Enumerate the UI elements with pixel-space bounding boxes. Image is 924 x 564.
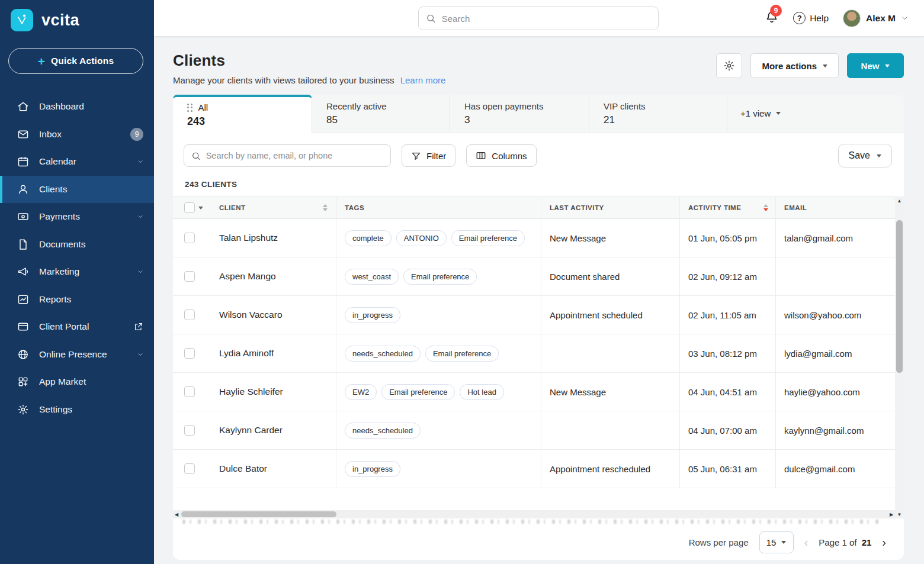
tag-pill: Email preference [403, 269, 477, 285]
tab-vip-clients[interactable]: VIP clients 21 [589, 95, 727, 133]
client-activity-time: 04 Jun, 04:51 am [680, 373, 776, 411]
sidebar-item-app-market[interactable]: App Market [0, 368, 154, 396]
clients-icon [17, 183, 29, 195]
user-menu[interactable]: Alex M [843, 9, 909, 27]
clients-page: Clients Manage your clients with views t… [154, 37, 924, 564]
column-header-last-activity[interactable]: LAST ACTIVITY [541, 197, 680, 218]
sidebar-item-payments[interactable]: Payments [0, 203, 154, 231]
next-page-button[interactable]: › [882, 536, 886, 549]
table-row[interactable]: Haylie Schleifer EW2Email preferenceHot … [173, 373, 895, 411]
table-row[interactable]: Dulce Bator in_progress Appointment resc… [173, 450, 895, 488]
horizontal-scroll-thumb[interactable] [181, 511, 336, 517]
reports-icon [17, 294, 29, 305]
sidebar-item-clients[interactable]: Clients [0, 176, 154, 204]
sidebar-item-client-portal[interactable]: Client Portal [0, 313, 154, 341]
select-menu-caret-icon[interactable] [198, 207, 203, 210]
client-email: kaylynn@gmail.com [776, 411, 895, 449]
row-checkbox[interactable] [184, 271, 195, 282]
more-views-dropdown[interactable]: +1 view [727, 95, 904, 133]
client-search-input[interactable] [206, 151, 383, 160]
documents-icon [17, 239, 29, 250]
more-actions-button[interactable]: More actions [750, 53, 839, 78]
sidebar-item-documents[interactable]: Documents [0, 231, 154, 259]
tab-recently-active[interactable]: Recently active 85 [312, 95, 450, 133]
help-button[interactable]: ? Help [793, 12, 829, 24]
table-row[interactable]: Wilson Vaccaro in_progress Appointment s… [173, 296, 895, 334]
column-header-tags[interactable]: TAGS [336, 197, 541, 218]
pagination-bar: Rows per page 15 ‹ Page 1 of 21 › [173, 524, 904, 560]
row-checkbox[interactable] [184, 310, 195, 320]
home-icon [17, 101, 29, 112]
scroll-left-icon[interactable]: ◀ [173, 512, 180, 517]
avatar [843, 9, 861, 27]
tab-count: 85 [326, 114, 450, 126]
tab-has-open-payments[interactable]: Has open payments 3 [450, 95, 589, 133]
rows-per-page-select[interactable]: 15 [759, 531, 794, 553]
caret-down-icon [877, 154, 881, 157]
tag-pill: complete [345, 230, 392, 246]
scroll-down-icon[interactable]: ▼ [897, 510, 902, 518]
global-search-input[interactable] [442, 14, 651, 24]
row-checkbox[interactable] [184, 348, 195, 359]
new-button[interactable]: New [847, 53, 904, 78]
sidebar-item-online-presence[interactable]: Online Presence [0, 341, 154, 369]
inbox-unread-badge: 9 [130, 128, 143, 141]
select-all-checkbox[interactable] [184, 202, 195, 213]
tab-all[interactable]: All 243 [173, 95, 312, 133]
client-last-activity: Document shared [541, 257, 680, 295]
sidebar-item-reports[interactable]: Reports [0, 286, 154, 314]
sort-icon[interactable] [323, 204, 328, 211]
columns-button[interactable]: Columns [466, 144, 536, 167]
filter-icon [411, 151, 421, 161]
row-checkbox[interactable] [184, 386, 195, 397]
clients-table: CLIENT TAGS LAST ACTIVITY ACTIVITY TIME [173, 196, 904, 524]
view-settings-button[interactable] [716, 53, 742, 78]
table-row[interactable]: Talan Lipshutz completeANTONIOEmail pref… [173, 219, 895, 257]
column-header-activity-time[interactable]: ACTIVITY TIME [680, 197, 776, 218]
tag-pill: ANTONIO [396, 230, 447, 246]
client-name: Haylie Schleifer [211, 373, 336, 411]
sidebar-item-settings[interactable]: Settings [0, 396, 154, 424]
vertical-scroll-thumb[interactable] [896, 220, 903, 373]
header-actions: More actions New [716, 53, 904, 78]
save-view-button[interactable]: Save [838, 144, 892, 167]
brand-logo[interactable]: vcita [0, 0, 154, 37]
client-activity-time: 01 Jun, 05:05 pm [680, 219, 776, 257]
client-name: Kaylynn Carder [211, 411, 336, 449]
row-checkbox[interactable] [184, 425, 195, 436]
vertical-scrollbar[interactable]: ▲ ▼ [895, 196, 904, 518]
previous-page-button[interactable]: ‹ [804, 536, 808, 549]
columns-icon [476, 150, 486, 161]
table-row[interactable]: Lydia Aminoff needs_scheduledEmail prefe… [173, 334, 895, 373]
table-row[interactable]: Kaylynn Carder needs_scheduled 04 Jun, 0… [173, 411, 895, 450]
horizontal-scrollbar[interactable]: ◀ ▶ [173, 510, 895, 518]
client-name: Aspen Mango [211, 257, 336, 295]
notifications-button[interactable]: 9 [765, 10, 779, 27]
sidebar-item-inbox[interactable]: Inbox 9 [0, 121, 154, 149]
client-search[interactable] [184, 144, 391, 167]
quick-actions-button[interactable]: + Quick Actions [8, 48, 143, 74]
scroll-up-icon[interactable]: ▲ [897, 196, 902, 205]
sidebar-item-calendar[interactable]: Calendar [0, 148, 154, 176]
row-checkbox[interactable] [184, 233, 195, 243]
sidebar-item-dashboard[interactable]: Dashboard [0, 93, 154, 121]
client-activity-time: 02 Jun, 11:05 am [680, 296, 776, 334]
chevron-down-icon [137, 269, 143, 275]
question-icon: ? [793, 12, 806, 24]
client-email [776, 257, 895, 295]
tag-pill: Email preference [451, 230, 525, 246]
table-row[interactable]: Aspen Mango west_coastEmail preference D… [173, 257, 895, 296]
column-header-client[interactable]: CLIENT [211, 197, 336, 218]
drag-handle-icon[interactable] [187, 104, 192, 112]
sort-icon-active[interactable] [763, 204, 768, 211]
row-checkbox[interactable] [184, 463, 195, 474]
learn-more-link[interactable]: Learn more [400, 75, 446, 85]
gear-icon [723, 60, 735, 72]
user-name: Alex M [866, 13, 896, 24]
scroll-right-icon[interactable]: ▶ [888, 512, 895, 517]
column-header-email[interactable]: EMAIL [776, 197, 895, 218]
client-name: Lydia Aminoff [211, 334, 336, 372]
global-search[interactable] [418, 7, 659, 30]
sidebar-item-marketing[interactable]: Marketing [0, 258, 154, 286]
filter-button[interactable]: Filter [402, 144, 455, 167]
